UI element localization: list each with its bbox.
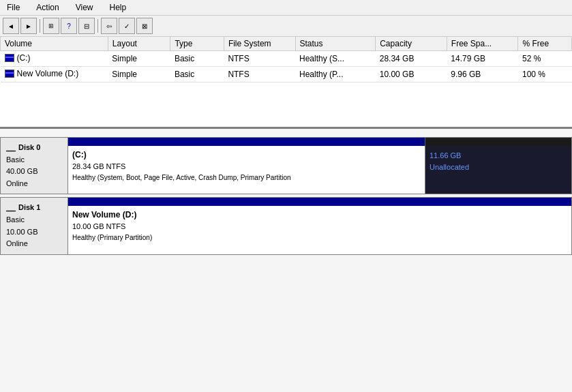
disk1-partitions: New Volume (D:) 10.00 GB NTFS Healthy (P…: [68, 197, 572, 254]
partition-d-name: New Volume (D:): [72, 209, 567, 221]
unalloc-label: Unallocated: [430, 162, 567, 173]
toolbar-btn4[interactable]: ?: [61, 18, 77, 34]
disk-row-0: ⎯⎯Disk 0 Basic 40.00 GB Online (C:) 28.3…: [0, 137, 572, 194]
toolbar-btn7[interactable]: ✓: [119, 18, 135, 34]
partition-d-size: 10.00 GB NTFS: [72, 221, 567, 232]
cell-type: Basic: [170, 51, 224, 67]
partition-c-status: Healthy (System, Boot, Page File, Active…: [72, 172, 421, 183]
cell-pctfree: 52 %: [518, 51, 572, 67]
cell-freespace: 9.96 GB: [447, 67, 518, 82]
cell-type: Basic: [170, 67, 224, 82]
menu-view[interactable]: View: [72, 1, 97, 14]
toolbar-btn5[interactable]: ⊟: [78, 18, 95, 34]
menu-file[interactable]: File: [3, 1, 24, 14]
cell-pctfree: 100 %: [518, 67, 572, 82]
cell-layout: Simple: [108, 51, 170, 67]
disk0-type: Basic: [6, 154, 62, 166]
cell-volume: New Volume (D:): [1, 67, 108, 82]
list-panel: Volume Layout Type File System Status Ca…: [0, 37, 572, 129]
main-container: Volume Layout Type File System Status Ca…: [0, 37, 572, 392]
disk1-status: Online: [6, 238, 62, 250]
cell-capacity: 28.34 GB: [376, 51, 447, 67]
toolbar-btn8[interactable]: ⊠: [136, 18, 153, 34]
col-pctfree[interactable]: % Free: [518, 37, 572, 51]
toolbar-btn6[interactable]: ⇦: [101, 18, 117, 34]
partition-c[interactable]: (C:) 28.34 GB NTFS Healthy (System, Boot…: [68, 146, 425, 194]
disk0-name: ⎯⎯Disk 0: [6, 142, 62, 154]
partition-d[interactable]: New Volume (D:) 10.00 GB NTFS Healthy (P…: [68, 206, 571, 254]
unalloc-size: 11.66 GB: [430, 150, 567, 162]
volume-icon: (C:): [5, 53, 31, 63]
disk1-content: New Volume (D:) 10.00 GB NTFS Healthy (P…: [68, 206, 571, 254]
partition-unalloc[interactable]: 11.66 GB Unallocated: [425, 146, 571, 194]
disk-label-1: ⎯⎯Disk 1 Basic 10.00 GB Online: [0, 197, 68, 254]
partition-d-status: Healthy (Primary Partition): [72, 232, 567, 243]
toolbar-back[interactable]: ◄: [3, 18, 19, 34]
disk0-content: (C:) 28.34 GB NTFS Healthy (System, Boot…: [68, 146, 571, 194]
toolbar-sep2: [97, 19, 98, 33]
disk1-type: Basic: [6, 214, 62, 226]
disk0-partitions: (C:) 28.34 GB NTFS Healthy (System, Boot…: [68, 137, 572, 194]
col-status[interactable]: Status: [295, 37, 376, 51]
disk-map-panel: ⎯⎯Disk 0 Basic 40.00 GB Online (C:) 28.3…: [0, 129, 572, 392]
partition-c-size: 28.34 GB NTFS: [72, 161, 421, 172]
cell-fs: NTFS: [224, 67, 295, 82]
disk-label-0: ⎯⎯Disk 0 Basic 40.00 GB Online: [0, 137, 68, 194]
disk0-size: 40.00 GB: [6, 166, 62, 178]
cell-volume: (C:): [1, 51, 108, 67]
cell-fs: NTFS: [224, 51, 295, 67]
disk0-status: Online: [6, 178, 62, 190]
menu-help[interactable]: Help: [106, 1, 131, 14]
col-type[interactable]: Type: [170, 37, 224, 51]
col-capacity[interactable]: Capacity: [376, 37, 447, 51]
cell-freespace: 14.79 GB: [447, 51, 518, 67]
col-filesystem[interactable]: File System: [224, 37, 295, 51]
partition-c-name: (C:): [72, 149, 421, 161]
disk-table: Volume Layout Type File System Status Ca…: [0, 37, 572, 82]
toolbar-sep1: [40, 19, 40, 33]
table-row[interactable]: New Volume (D:) Simple Basic NTFS Health…: [1, 67, 572, 82]
disk-row-1: ⎯⎯Disk 1 Basic 10.00 GB Online New Volum…: [0, 197, 572, 254]
disk1-size: 10.00 GB: [6, 226, 62, 239]
toolbar-forward[interactable]: ►: [20, 18, 37, 34]
volume-icon: New Volume (D:): [5, 69, 79, 78]
col-freespace[interactable]: Free Spa...: [447, 37, 518, 51]
menu-bar: File Action View Help: [0, 0, 572, 16]
cell-status: Healthy (P...: [295, 67, 376, 82]
cell-layout: Simple: [108, 67, 170, 82]
disk1-name: ⎯⎯Disk 1: [6, 202, 62, 214]
col-layout[interactable]: Layout: [108, 37, 170, 51]
cell-status: Healthy (S...: [295, 51, 376, 67]
cell-capacity: 10.00 GB: [376, 67, 447, 82]
table-row[interactable]: (C:) Simple Basic NTFS Healthy (S... 28.…: [1, 51, 572, 67]
toolbar: ◄ ► ⊞ ? ⊟ ⇦ ✓ ⊠: [0, 16, 572, 37]
toolbar-btn3[interactable]: ⊞: [43, 18, 59, 34]
col-volume[interactable]: Volume: [1, 37, 108, 51]
menu-action[interactable]: Action: [32, 1, 63, 14]
